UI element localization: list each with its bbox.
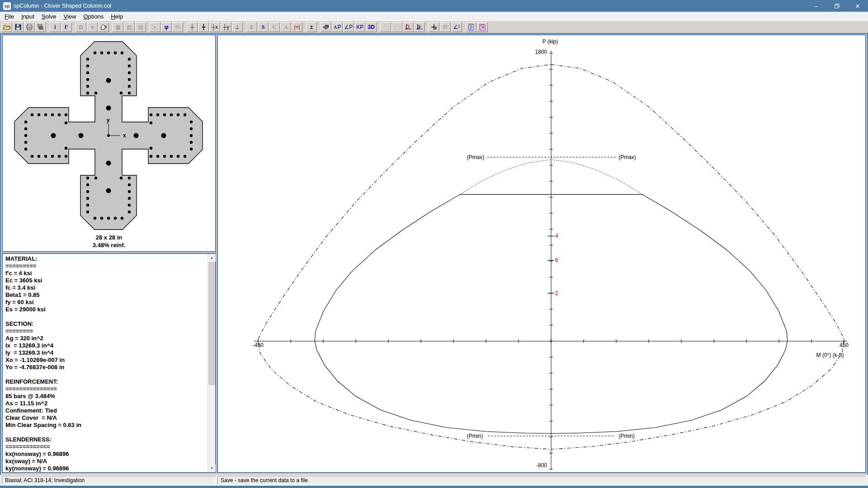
- phi-factors-button[interactable]: φ: [161, 22, 172, 32]
- factored-loads-button[interactable]: f6: [440, 22, 451, 32]
- load-point-label: 2: [555, 290, 558, 296]
- ghost-icon: *: [393, 23, 401, 31]
- area-view-button[interactable]: A: [280, 22, 291, 32]
- angle-diagram-button[interactable]: ∠P: [343, 22, 354, 32]
- single-section-run-button[interactable]: *: [380, 22, 391, 32]
- menubar: File Input Solve View Options Help: [0, 12, 868, 21]
- rebar-dot: [86, 92, 89, 94]
- rebar-dot: [190, 134, 193, 137]
- close-button[interactable]: ✕: [847, 0, 868, 12]
- print-preview-button[interactable]: [35, 22, 46, 32]
- scroll-up-button[interactable]: ▲: [208, 254, 216, 262]
- rebar-dot: [128, 211, 131, 213]
- rebar-dot: [65, 113, 67, 116]
- menu-file[interactable]: File: [1, 12, 18, 21]
- restore-button[interactable]: [826, 0, 847, 12]
- printer-icon: [26, 23, 33, 31]
- rebar-dot-large: [134, 133, 139, 138]
- save-button[interactable]: [13, 22, 24, 32]
- pmax-label-right: (Pmax): [618, 154, 636, 160]
- mx-my-diagram-button[interactable]: ∧P: [332, 22, 343, 32]
- rebar-dot: [190, 121, 193, 123]
- results-line: kx(sway) = N/A: [5, 458, 206, 465]
- results-text: MATERIAL:=========f'c = 4 ksiEc = 3605 k…: [5, 255, 206, 472]
- rebar-dot: [86, 190, 89, 193]
- rebar-pattern-equal-button[interactable]: ▥: [124, 22, 135, 32]
- results-line: kx(nonsway) = 0.96896: [5, 450, 206, 458]
- load-point-label: 4: [555, 233, 558, 239]
- percent-reinforcement-button[interactable]: %: [172, 22, 183, 32]
- contour-view-button[interactable]: C: [269, 22, 280, 32]
- export-dxf-button[interactable]: [477, 22, 488, 32]
- menu-help[interactable]: Help: [107, 12, 127, 21]
- print-button[interactable]: [24, 22, 35, 32]
- elevation-view-button[interactable]: E: [246, 22, 257, 32]
- material-properties-button[interactable]: f′: [61, 22, 72, 32]
- minimize-button[interactable]: –: [806, 0, 826, 12]
- pmin-label-left: (Pmin): [467, 433, 483, 439]
- results-line: Confinement: Tied: [5, 407, 206, 414]
- menu-solve[interactable]: Solve: [38, 12, 60, 21]
- open-button[interactable]: [1, 22, 12, 32]
- rebar-dot: [128, 85, 131, 88]
- circular-section-button[interactable]: ○: [87, 22, 98, 32]
- general-info-button[interactable]: i: [50, 22, 61, 32]
- rebar-pattern-all-sides-button[interactable]: ▦: [113, 22, 123, 32]
- rebar-dot: [128, 204, 131, 206]
- rebar-dot: [65, 155, 67, 158]
- align-x-button[interactable]: ┼x: [209, 22, 220, 32]
- align-origin-button[interactable]: ╋: [198, 22, 209, 32]
- plus-point-icon: [430, 23, 438, 31]
- pm-interaction-chart: P (kip)1800-800-450450M (0°) (k-ft)(Pmax…: [218, 35, 865, 472]
- svg-text:*: *: [398, 24, 399, 27]
- rebar-dot: [24, 141, 27, 144]
- rebar-dot: [86, 204, 89, 206]
- results-scrollbar[interactable]: ▲ ▼: [208, 254, 215, 472]
- rebar-dot: [65, 147, 67, 150]
- slenderness-k-button[interactable]: ∠¹: [451, 22, 462, 32]
- menu-input[interactable]: Input: [18, 12, 38, 21]
- p-axis-min-label: -800: [536, 462, 547, 469]
- rebar-dot: [24, 127, 27, 130]
- rebar-dot: [51, 155, 54, 158]
- report-doc-icon: [467, 23, 475, 31]
- results-report-button[interactable]: [466, 22, 476, 32]
- view-3d-button[interactable]: 3D: [366, 22, 377, 32]
- menu-options[interactable]: Options: [80, 12, 107, 21]
- zoom-in-out-button[interactable]: ±: [306, 22, 317, 32]
- m-axis-min-label: -450: [253, 342, 264, 348]
- rebar-dot: [86, 85, 89, 88]
- menu-view[interactable]: View: [60, 12, 80, 21]
- x-axis-label: x: [123, 132, 126, 139]
- rebar-dot: [184, 155, 186, 158]
- rebar-dot: [44, 155, 47, 158]
- load-point-label: 6: [555, 257, 558, 263]
- align-center-button[interactable]: ┼: [187, 22, 198, 32]
- k-diagram-button[interactable]: ΚP: [354, 22, 365, 32]
- interaction-curves-button[interactable]: [403, 22, 414, 32]
- align-base-button[interactable]: ⊥: [232, 22, 243, 32]
- rebar-pattern-sides-button[interactable]: ▤: [135, 22, 146, 32]
- rectangular-section-button[interactable]: □: [75, 22, 86, 32]
- section-view-button[interactable]: S: [258, 22, 269, 32]
- rebar-dot: [94, 177, 97, 179]
- scroll-thumb[interactable]: [208, 262, 215, 385]
- contour-curves-button[interactable]: [414, 22, 425, 32]
- rebar-dot: [107, 52, 110, 54]
- irregular-bars-button[interactable]: [150, 22, 160, 32]
- irregular-section-button[interactable]: [98, 22, 109, 32]
- window-title: spColumn - Clover Shaped Column.col: [14, 3, 111, 9]
- rebar-dot: [94, 217, 96, 220]
- scroll-down-button[interactable]: ▼: [208, 465, 216, 472]
- rebar-dot: [107, 217, 110, 220]
- rebar-dot: [190, 127, 193, 130]
- rebar-dot: [51, 113, 54, 116]
- align-y-button[interactable]: ┼y: [221, 22, 231, 32]
- pm-diagram-button[interactable]: M: [321, 22, 331, 32]
- app-icon: sp: [3, 2, 11, 10]
- results-line: Ec = 3605 ksi: [5, 277, 206, 284]
- add-load-point-button[interactable]: [429, 22, 439, 32]
- flip-section-button[interactable]: |+|: [292, 22, 302, 32]
- batch-run-button[interactable]: *: [392, 22, 402, 32]
- polygon-icon: [100, 23, 107, 31]
